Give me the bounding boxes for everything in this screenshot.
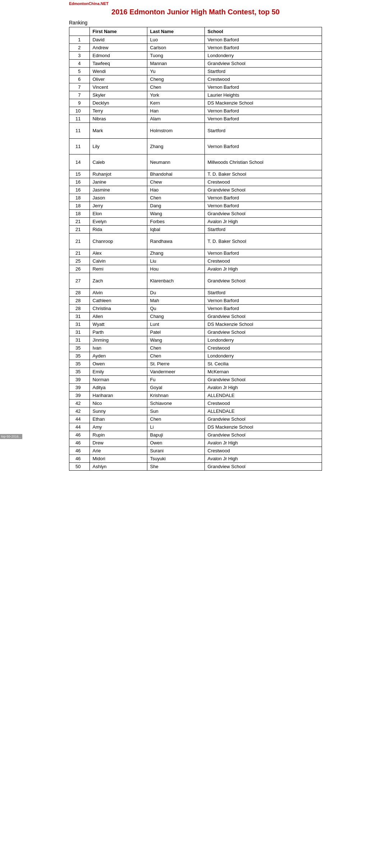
cell-lastname: Alam (147, 115, 204, 123)
cell-rank: 31 (69, 320, 84, 328)
cell-rank: 28 (69, 297, 84, 305)
cell-rank: 31 (69, 336, 84, 344)
cell-lastname: Zhang (147, 139, 204, 154)
ranking-label: Ranking (69, 20, 87, 27)
table-row: 35IvanChenCrestwood (69, 344, 322, 352)
cell-lastname: Cheng (147, 75, 204, 83)
table-row: 6OliverChengCrestwood (69, 75, 322, 83)
table-row: 46RupinBapujiGrandview School (69, 431, 322, 439)
header-lastname: Last Name (147, 27, 204, 36)
cell-spacer (84, 52, 90, 60)
table-row: 9DecklynKernDS Mackenzie School (69, 99, 322, 107)
cell-firstname: Decklyn (89, 99, 147, 107)
table-row: 35EmilyVandermeerMcKernan (69, 368, 322, 376)
cell-firstname: Amy (89, 423, 147, 431)
cell-firstname: Jasmine (89, 186, 147, 194)
cell-school: Crestwood (204, 75, 322, 83)
cell-firstname: Arie (89, 447, 147, 455)
cell-firstname: Ivan (89, 344, 147, 352)
cell-school: Crestwood (204, 257, 322, 265)
cell-firstname: Nibras (89, 115, 147, 123)
cell-lastname: Carlson (147, 44, 204, 52)
cell-firstname: Andrew (89, 44, 147, 52)
table-row: 14CalebNeumannMillwoods Christian School (69, 154, 322, 170)
table-row: 11MarkHolmstromStartford (69, 123, 322, 139)
cell-rank: 28 (69, 305, 84, 313)
cell-firstname: Hariharan (89, 392, 147, 400)
cell-rank: 42 (69, 407, 84, 415)
cell-spacer (84, 415, 90, 423)
cell-lastname: Iqbal (147, 226, 204, 234)
cell-rank: 21 (69, 218, 84, 226)
cell-lastname: Hou (147, 265, 204, 273)
cell-spacer (84, 194, 90, 202)
cell-school: DS Mackenzie School (204, 99, 322, 107)
cell-lastname: Chen (147, 194, 204, 202)
cell-rank: 46 (69, 439, 84, 447)
cell-firstname: David (89, 36, 147, 44)
cell-firstname: Alex (89, 249, 147, 257)
cell-spacer (84, 249, 90, 257)
cell-lastname: Luo (147, 36, 204, 44)
cell-rank: 1 (69, 36, 84, 44)
cell-spacer (84, 139, 90, 154)
cell-rank: 50 (69, 463, 84, 471)
cell-school: DS Mackenzie School (204, 423, 322, 431)
cell-firstname: Cathleen (89, 297, 147, 305)
cell-rank: 28 (69, 289, 84, 297)
cell-school: Grandview School (204, 463, 322, 471)
cell-firstname: Caleb (89, 154, 147, 170)
cell-spacer (84, 368, 90, 376)
table-row: 3EdmondTuongLondonderry (69, 52, 322, 60)
cell-spacer (84, 297, 90, 305)
cell-school: Londonderry (204, 52, 322, 60)
cell-firstname: Elon (89, 210, 147, 218)
cell-rank: 6 (69, 75, 84, 83)
cell-spacer (84, 344, 90, 352)
cell-school: Vernon Barford (204, 202, 322, 210)
cell-rank: 7 (69, 83, 84, 91)
cell-rank: 44 (69, 423, 84, 431)
table-row: 7SkylerYorkLaurier Heights (69, 91, 322, 99)
cell-spacer (84, 178, 90, 186)
cell-rank: 11 (69, 115, 84, 123)
cell-school: DS Mackenzie School (204, 320, 322, 328)
table-row: 16JasmineHaoGrandview School (69, 186, 322, 194)
table-row: 39NormanFuGrandview School (69, 376, 322, 384)
cell-rank: 11 (69, 139, 84, 154)
table-row: 1DavidLuoVernon Barford (69, 36, 322, 44)
cell-firstname: Nico (89, 400, 147, 407)
cell-school: Vernon Barford (204, 297, 322, 305)
cell-school: Crestwood (204, 344, 322, 352)
cell-rank: 39 (69, 376, 84, 384)
table-row: 11LilyZhangVernon Barford (69, 139, 322, 154)
header-spacer (84, 27, 90, 36)
cell-school: ALLENDALE (204, 392, 322, 400)
cell-rank: 31 (69, 313, 84, 320)
cell-rank: 46 (69, 447, 84, 455)
cell-lastname: Bhandohal (147, 170, 204, 178)
cell-spacer (84, 439, 90, 447)
cell-lastname: Wang (147, 210, 204, 218)
cell-school: Avalon Jr High (204, 265, 322, 273)
cell-firstname: Skyler (89, 91, 147, 99)
cell-school: T. D. Baker School (204, 170, 322, 178)
cell-rank: 39 (69, 392, 84, 400)
table-row: 7VincentChenVernon Barford (69, 83, 322, 91)
cell-rank: 4 (69, 60, 84, 68)
cell-lastname: Neumann (147, 154, 204, 170)
header-school: School (204, 27, 322, 36)
table-row: 21ChanroopRandhawaT. D. Baker School (69, 234, 322, 249)
cell-school: Grandview School (204, 186, 322, 194)
cell-spacer (84, 360, 90, 368)
cell-school: Vernon Barford (204, 194, 322, 202)
cell-school: Vernon Barford (204, 44, 322, 52)
table-row: 16JanineChewCrestwood (69, 178, 322, 186)
cell-lastname: Han (147, 107, 204, 115)
cell-rank: 21 (69, 234, 84, 249)
cell-spacer (84, 455, 90, 463)
cell-lastname: Hao (147, 186, 204, 194)
cell-spacer (84, 328, 90, 336)
cell-spacer (84, 423, 90, 431)
cell-school: Vernon Barford (204, 36, 322, 44)
